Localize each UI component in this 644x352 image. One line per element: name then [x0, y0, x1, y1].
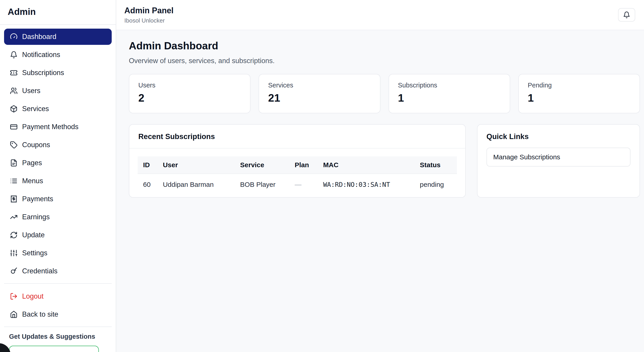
sidebar-item-label: Pages	[22, 159, 42, 167]
recent-subscriptions-title: Recent Subscriptions	[138, 132, 456, 141]
sidebar-item-label: Users	[22, 87, 40, 95]
sidebar-nav: DashboardNotificationsSubscriptionsUsers…	[0, 25, 116, 283]
sidebar-item-coupons[interactable]: Coupons	[4, 137, 112, 153]
sidebar-item-payment-methods[interactable]: Payment Methods	[4, 119, 112, 135]
stat-value: 1	[528, 92, 630, 104]
lower-grid: Recent Subscriptions IDUserServicePlanMA…	[129, 124, 640, 198]
table-row: 60Uddipan BarmanBOB Player—WA:RD:NO:03:S…	[138, 174, 457, 195]
column-header-mac: MAC	[318, 156, 414, 174]
refresh-icon	[10, 231, 18, 239]
sidebar-item-label: Subscriptions	[22, 69, 64, 77]
stat-label: Services	[268, 82, 371, 89]
gauge-icon	[10, 33, 18, 40]
topbar: Admin Panel Ibosol Unlocker	[116, 0, 644, 30]
updates-section: Get Updates & Suggestions Join WhatsApp …	[0, 327, 116, 352]
app: Admin DashboardNotificationsSubscription…	[0, 0, 644, 352]
tag-icon	[10, 141, 18, 149]
sidebar-item-services[interactable]: Services	[4, 101, 112, 117]
notifications-bell-button[interactable]	[618, 8, 635, 22]
bell-icon	[623, 11, 630, 18]
sidebar-brand: Admin	[0, 0, 116, 25]
sidebar-item-logout[interactable]: Logout	[4, 288, 112, 305]
sidebar-item-menus[interactable]: Menus	[4, 173, 112, 189]
sidebar-item-label: Update	[22, 231, 45, 239]
quick-links-title: Quick Links	[486, 132, 630, 141]
cell-id: 60	[138, 174, 158, 195]
trending-up-icon	[10, 213, 18, 221]
receipt-icon	[10, 195, 18, 203]
cell-plan: —	[289, 174, 318, 195]
stat-card-users: Users2	[129, 74, 250, 113]
sidebar-item-label: Notifications	[22, 51, 60, 59]
sidebar-item-label: Logout	[22, 292, 44, 300]
sidebar-item-label: Payments	[22, 195, 53, 203]
stat-value: 21	[268, 92, 371, 104]
stat-value: 1	[398, 92, 501, 104]
sidebar-item-dashboard[interactable]: Dashboard	[4, 29, 112, 45]
page-title: Admin Dashboard	[129, 40, 640, 52]
bell-icon	[10, 51, 18, 59]
main-area: Admin Panel Ibosol Unlocker Admin Dashbo…	[116, 0, 644, 352]
table-header-row: IDUserServicePlanMACStatus	[138, 156, 457, 174]
stat-label: Subscriptions	[398, 82, 501, 89]
list-icon	[10, 177, 18, 185]
column-header-plan: Plan	[289, 156, 318, 174]
sidebar-item-label: Credentials	[22, 267, 58, 275]
sidebar-item-back-to-site[interactable]: Back to site	[4, 306, 112, 323]
sidebar-item-pages[interactable]: Pages	[4, 155, 112, 171]
stat-card-subscriptions: Subscriptions1	[388, 74, 510, 113]
column-header-service: Service	[235, 156, 289, 174]
sidebar-item-payments[interactable]: Payments	[4, 191, 112, 207]
stat-cards-row: Users2Services21Subscriptions1Pending1	[129, 74, 640, 113]
sidebar-item-users[interactable]: Users	[4, 83, 112, 99]
sidebar-item-label: Coupons	[22, 141, 50, 149]
log-out-icon	[10, 293, 18, 300]
stat-card-services: Services21	[258, 74, 380, 113]
sidebar-item-earnings[interactable]: Earnings	[4, 209, 112, 225]
ticket-icon	[10, 69, 18, 77]
sidebar: Admin DashboardNotificationsSubscription…	[0, 0, 116, 352]
cell-status: pending	[414, 174, 457, 195]
column-header-user: User	[158, 156, 235, 174]
cell-user: Uddipan Barman	[158, 174, 235, 195]
join-whatsapp-button[interactable]: Join WhatsApp Group	[9, 346, 99, 352]
stat-label: Users	[138, 82, 241, 89]
column-header-id: ID	[138, 156, 158, 174]
file-text-icon	[10, 159, 18, 167]
sidebar-item-update[interactable]: Update	[4, 227, 112, 243]
recent-subscriptions-card: Recent Subscriptions IDUserServicePlanMA…	[129, 124, 466, 198]
sidebar-item-label: Dashboard	[22, 33, 56, 41]
stat-label: Pending	[528, 82, 630, 89]
sidebar-item-label: Menus	[22, 177, 43, 185]
sidebar-item-label: Payment Methods	[22, 123, 78, 131]
stat-card-pending: Pending1	[518, 74, 640, 113]
page-subtitle: Overview of users, services, and subscri…	[129, 57, 640, 65]
sidebar-item-credentials[interactable]: Credentials	[4, 263, 112, 279]
content: Admin Dashboard Overview of users, servi…	[116, 30, 644, 352]
cell-service: BOB Player	[235, 174, 289, 195]
quick-link-manage-subscriptions[interactable]: Manage Subscriptions	[486, 148, 630, 167]
stat-value: 2	[138, 92, 241, 104]
credit-card-icon	[10, 123, 18, 131]
sidebar-footer-nav: LogoutBack to site	[0, 284, 116, 327]
column-header-status: Status	[414, 156, 457, 174]
sliders-icon	[10, 249, 18, 257]
sidebar-item-settings[interactable]: Settings	[4, 245, 112, 261]
sidebar-item-label: Services	[22, 105, 49, 113]
updates-heading: Get Updates & Suggestions	[9, 333, 107, 340]
package-icon	[10, 105, 18, 113]
bell-icon	[623, 11, 630, 18]
sidebar-item-subscriptions[interactable]: Subscriptions	[4, 65, 112, 81]
recent-subscriptions-header: Recent Subscriptions	[129, 125, 465, 149]
table-body: 60Uddipan BarmanBOB Player—WA:RD:NO:03:S…	[138, 174, 457, 195]
topbar-title: Admin Panel	[124, 6, 174, 15]
recent-subscriptions-table: IDUserServicePlanMACStatus 60Uddipan Bar…	[138, 156, 457, 195]
topbar-titles: Admin Panel Ibosol Unlocker	[124, 6, 174, 24]
recent-subscriptions-table-wrap: IDUserServicePlanMACStatus 60Uddipan Bar…	[129, 149, 465, 195]
sidebar-item-label: Back to site	[22, 310, 58, 318]
sidebar-item-notifications[interactable]: Notifications	[4, 47, 112, 63]
users-icon	[10, 87, 18, 95]
cell-mac: WA:RD:NO:03:SA:NT	[318, 174, 414, 195]
home-icon	[10, 311, 18, 318]
sidebar-item-label: Settings	[22, 249, 48, 257]
